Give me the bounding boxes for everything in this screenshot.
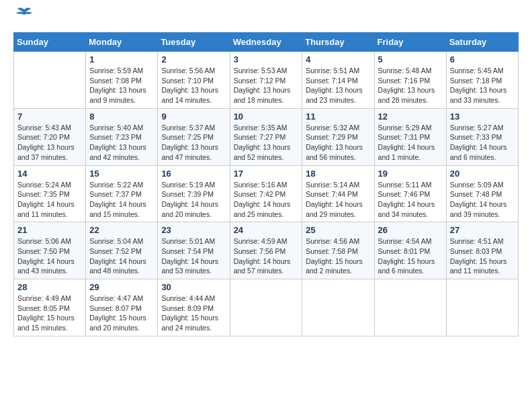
day-number: 24 (234, 225, 299, 235)
calendar-cell: 12Sunrise: 5:29 AMSunset: 7:31 PMDayligh… (374, 108, 446, 165)
calendar-cell: 17Sunrise: 5:16 AMSunset: 7:42 PMDayligh… (230, 165, 302, 222)
day-number: 17 (234, 169, 299, 179)
calendar-cell: 9Sunrise: 5:37 AMSunset: 7:25 PMDaylight… (158, 108, 230, 165)
logo-bird-icon (15, 7, 34, 21)
calendar-cell: 23Sunrise: 5:01 AMSunset: 7:54 PMDayligh… (158, 222, 230, 279)
calendar-cell: 6Sunrise: 5:45 AMSunset: 7:18 PMDaylight… (446, 52, 518, 109)
day-number: 14 (17, 169, 82, 179)
cell-info: Sunrise: 5:59 AMSunset: 7:08 PMDaylight:… (89, 66, 154, 105)
day-number: 19 (378, 169, 443, 179)
cell-info: Sunrise: 5:19 AMSunset: 7:39 PMDaylight:… (161, 180, 226, 220)
cell-info: Sunrise: 5:32 AMSunset: 7:29 PMDaylight:… (306, 123, 370, 163)
cell-info: Sunrise: 5:24 AMSunset: 7:35 PMDaylight:… (17, 180, 82, 220)
cell-info: Sunrise: 4:54 AMSunset: 8:01 PMDaylight:… (378, 236, 443, 276)
cell-info: Sunrise: 5:01 AMSunset: 7:54 PMDaylight:… (161, 236, 226, 276)
cell-info: Sunrise: 5:06 AMSunset: 7:50 PMDaylight:… (17, 236, 82, 276)
cell-info: Sunrise: 5:45 AMSunset: 7:18 PMDaylight:… (450, 66, 515, 105)
cell-info: Sunrise: 5:11 AMSunset: 7:46 PMDaylight:… (378, 180, 443, 220)
weekday-header-thursday: Thursday (302, 33, 374, 52)
weekday-header-sunday: Sunday (14, 33, 86, 52)
day-number: 13 (450, 111, 515, 122)
calendar-cell: 14Sunrise: 5:24 AMSunset: 7:35 PMDayligh… (14, 165, 86, 222)
cell-info: Sunrise: 5:43 AMSunset: 7:20 PMDaylight:… (17, 123, 82, 163)
day-number: 4 (306, 54, 370, 64)
calendar-week-row: 1Sunrise: 5:59 AMSunset: 7:08 PMDaylight… (14, 52, 519, 109)
cell-info: Sunrise: 5:29 AMSunset: 7:31 PMDaylight:… (378, 123, 443, 163)
calendar-cell: 7Sunrise: 5:43 AMSunset: 7:20 PMDaylight… (14, 108, 86, 165)
day-number: 23 (161, 225, 226, 235)
day-number: 20 (450, 169, 515, 179)
cell-info: Sunrise: 4:56 AMSunset: 7:58 PMDaylight:… (306, 236, 370, 276)
day-number: 27 (450, 225, 515, 235)
cell-info: Sunrise: 4:47 AMSunset: 8:07 PMDaylight:… (89, 293, 154, 333)
day-number: 12 (378, 111, 443, 122)
calendar-week-row: 28Sunrise: 4:49 AMSunset: 8:05 PMDayligh… (14, 279, 519, 336)
weekday-header-monday: Monday (86, 33, 158, 52)
calendar-cell: 3Sunrise: 5:53 AMSunset: 7:12 PMDaylight… (230, 52, 302, 109)
page-header (13, 13, 519, 21)
logo (13, 13, 34, 21)
day-number: 26 (378, 225, 443, 235)
cell-info: Sunrise: 5:22 AMSunset: 7:37 PMDaylight:… (89, 180, 154, 220)
calendar-cell: 29Sunrise: 4:47 AMSunset: 8:07 PMDayligh… (86, 279, 158, 336)
cell-info: Sunrise: 5:56 AMSunset: 7:10 PMDaylight:… (161, 66, 226, 105)
day-number: 25 (306, 225, 370, 235)
day-number: 29 (89, 282, 154, 292)
calendar-cell: 18Sunrise: 5:14 AMSunset: 7:44 PMDayligh… (302, 165, 374, 222)
calendar-cell: 19Sunrise: 5:11 AMSunset: 7:46 PMDayligh… (374, 165, 446, 222)
calendar-cell: 13Sunrise: 5:27 AMSunset: 7:33 PMDayligh… (446, 108, 518, 165)
day-number: 15 (89, 169, 154, 179)
cell-info: Sunrise: 4:49 AMSunset: 8:05 PMDaylight:… (17, 293, 82, 333)
calendar-week-row: 14Sunrise: 5:24 AMSunset: 7:35 PMDayligh… (14, 165, 519, 222)
cell-info: Sunrise: 5:35 AMSunset: 7:27 PMDaylight:… (234, 123, 299, 163)
day-number: 11 (306, 111, 370, 122)
day-number: 22 (89, 225, 154, 235)
day-number: 2 (161, 54, 226, 64)
calendar-cell: 26Sunrise: 4:54 AMSunset: 8:01 PMDayligh… (374, 222, 446, 279)
day-number: 3 (234, 54, 299, 64)
day-number: 9 (161, 111, 226, 122)
cell-info: Sunrise: 4:44 AMSunset: 8:09 PMDaylight:… (161, 293, 226, 333)
cell-info: Sunrise: 5:14 AMSunset: 7:44 PMDaylight:… (306, 180, 370, 220)
cell-info: Sunrise: 4:59 AMSunset: 7:56 PMDaylight:… (234, 236, 299, 276)
day-number: 28 (17, 282, 82, 292)
calendar-cell: 5Sunrise: 5:48 AMSunset: 7:16 PMDaylight… (374, 52, 446, 109)
calendar-cell: 25Sunrise: 4:56 AMSunset: 7:58 PMDayligh… (302, 222, 374, 279)
day-number: 21 (17, 225, 82, 235)
calendar-cell: 11Sunrise: 5:32 AMSunset: 7:29 PMDayligh… (302, 108, 374, 165)
calendar-cell (302, 279, 374, 336)
calendar-cell: 20Sunrise: 5:09 AMSunset: 7:48 PMDayligh… (446, 165, 518, 222)
calendar-cell: 15Sunrise: 5:22 AMSunset: 7:37 PMDayligh… (86, 165, 158, 222)
calendar-cell: 2Sunrise: 5:56 AMSunset: 7:10 PMDaylight… (158, 52, 230, 109)
day-number: 6 (450, 54, 515, 64)
calendar-cell: 22Sunrise: 5:04 AMSunset: 7:52 PMDayligh… (86, 222, 158, 279)
day-number: 10 (234, 111, 299, 122)
cell-info: Sunrise: 4:51 AMSunset: 8:03 PMDaylight:… (450, 236, 515, 276)
calendar-cell: 27Sunrise: 4:51 AMSunset: 8:03 PMDayligh… (446, 222, 518, 279)
calendar-header-row: SundayMondayTuesdayWednesdayThursdayFrid… (14, 33, 519, 52)
calendar-week-row: 7Sunrise: 5:43 AMSunset: 7:20 PMDaylight… (14, 108, 519, 165)
calendar-cell: 8Sunrise: 5:40 AMSunset: 7:23 PMDaylight… (86, 108, 158, 165)
calendar-cell (14, 52, 86, 109)
cell-info: Sunrise: 5:27 AMSunset: 7:33 PMDaylight:… (450, 123, 515, 163)
calendar-cell: 30Sunrise: 4:44 AMSunset: 8:09 PMDayligh… (158, 279, 230, 336)
day-number: 18 (306, 169, 370, 179)
cell-info: Sunrise: 5:04 AMSunset: 7:52 PMDaylight:… (89, 236, 154, 276)
day-number: 8 (89, 111, 154, 122)
calendar-cell: 4Sunrise: 5:51 AMSunset: 7:14 PMDaylight… (302, 52, 374, 109)
cell-info: Sunrise: 5:16 AMSunset: 7:42 PMDaylight:… (234, 180, 299, 220)
calendar-cell: 21Sunrise: 5:06 AMSunset: 7:50 PMDayligh… (14, 222, 86, 279)
weekday-header-friday: Friday (374, 33, 446, 52)
calendar-cell: 28Sunrise: 4:49 AMSunset: 8:05 PMDayligh… (14, 279, 86, 336)
calendar-cell (230, 279, 302, 336)
weekday-header-tuesday: Tuesday (158, 33, 230, 52)
weekday-header-wednesday: Wednesday (230, 33, 302, 52)
cell-info: Sunrise: 5:40 AMSunset: 7:23 PMDaylight:… (89, 123, 154, 163)
cell-info: Sunrise: 5:48 AMSunset: 7:16 PMDaylight:… (378, 66, 443, 105)
cell-info: Sunrise: 5:53 AMSunset: 7:12 PMDaylight:… (234, 66, 299, 105)
calendar-cell: 24Sunrise: 4:59 AMSunset: 7:56 PMDayligh… (230, 222, 302, 279)
calendar-table: SundayMondayTuesdayWednesdayThursdayFrid… (13, 32, 519, 336)
calendar-week-row: 21Sunrise: 5:06 AMSunset: 7:50 PMDayligh… (14, 222, 519, 279)
cell-info: Sunrise: 5:51 AMSunset: 7:14 PMDaylight:… (306, 66, 370, 105)
calendar-cell: 1Sunrise: 5:59 AMSunset: 7:08 PMDaylight… (86, 52, 158, 109)
